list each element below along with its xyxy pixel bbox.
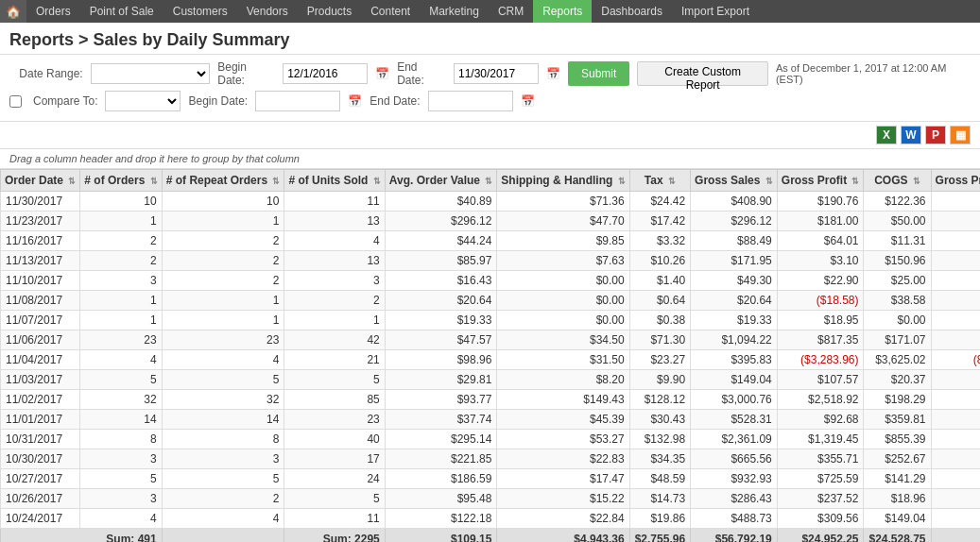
table-cell: $190.76 <box>777 192 864 212</box>
table-cell: $237.52 <box>777 489 864 509</box>
table-cell: $31.50 <box>497 350 629 370</box>
col-avg-order[interactable]: Avg. Order Value ⇅ <box>385 170 497 192</box>
export-excel-button[interactable]: X <box>876 126 897 144</box>
table-cell: 1 <box>80 291 162 311</box>
nav-point-of-sale[interactable]: Point of Sale <box>80 0 163 23</box>
table-cell: 72.18% <box>931 370 980 390</box>
table-cell: 10/27/2017 <box>1 469 80 489</box>
table-cell: 10/24/2017 <box>1 509 80 529</box>
top-navigation: 🏠 Orders Point of Sale Customers Vendors… <box>0 0 980 23</box>
table-footer: Sum: 491 Sum: 2295 $109.15 $4,943.36 $2,… <box>1 529 981 543</box>
col-num-orders[interactable]: # of Orders ⇅ <box>80 170 162 192</box>
table-cell: $15.22 <box>497 489 629 509</box>
table-cell: 4 <box>162 509 284 529</box>
table-row: 11/13/20172213$85.97$7.63$10.26$171.95$3… <box>1 251 981 271</box>
table-cell: $85.97 <box>385 251 497 271</box>
footer-gross-sales: $56,792.19 <box>691 529 778 543</box>
table-row: 11/03/2017555$29.81$8.20$9.90$149.04$107… <box>1 370 981 390</box>
compare-end-date-input[interactable] <box>428 91 513 111</box>
col-gross-sales[interactable]: Gross Sales ⇅ <box>691 170 778 192</box>
footer-cogs: $24,528.75 <box>864 529 931 543</box>
begin-date-calendar-icon[interactable]: 📅 <box>375 67 389 80</box>
end-date-input[interactable] <box>454 63 539 84</box>
table-row: 11/01/2017141423$37.74$45.39$30.43$528.3… <box>1 410 981 430</box>
table-cell: $95.48 <box>385 489 497 509</box>
table-cell: $0.00 <box>864 311 931 330</box>
nav-vendors[interactable]: Vendors <box>237 0 298 23</box>
table-cell: $149.04 <box>864 509 931 529</box>
table-cell: $725.59 <box>777 469 864 489</box>
nav-orders[interactable]: Orders <box>26 0 80 23</box>
table-cell: $122.36 <box>864 192 931 212</box>
nav-dashboards[interactable]: Dashboards <box>592 0 672 23</box>
table-cell: 11/30/2017 <box>1 192 80 212</box>
date-range-select[interactable] <box>91 63 211 84</box>
end-date-label: End Date: <box>397 60 446 87</box>
nav-crm[interactable]: CRM <box>489 0 533 23</box>
table-cell: 14 <box>80 410 162 430</box>
table-cell: 14 <box>162 410 284 430</box>
nav-marketing[interactable]: Marketing <box>420 0 489 23</box>
table-cell: $488.73 <box>691 509 778 529</box>
col-cogs[interactable]: COGS ⇅ <box>864 170 931 192</box>
footer-sum-units: Sum: 2295 <box>284 529 385 543</box>
col-units-sold[interactable]: # of Units Sold ⇅ <box>284 170 385 192</box>
end-date-calendar-icon[interactable]: 📅 <box>546 67 560 80</box>
compare-end-calendar-icon[interactable]: 📅 <box>521 94 535 108</box>
col-shipping[interactable]: Shipping & Handling ⇅ <box>497 170 629 192</box>
nav-reports[interactable]: Reports <box>533 0 592 23</box>
table-cell: 23 <box>284 410 385 430</box>
table-cell: 5 <box>162 370 284 390</box>
table-cell: 5 <box>80 370 162 390</box>
table-cell: $3,000.76 <box>691 390 778 410</box>
submit-button[interactable]: Submit <box>568 61 629 86</box>
table-cell: 1 <box>80 212 162 231</box>
table-footer-row: Sum: 491 Sum: 2295 $109.15 $4,943.36 $2,… <box>1 529 981 543</box>
export-word-button[interactable]: W <box>901 126 921 144</box>
table-cell: 1.80% <box>931 251 980 271</box>
col-gross-profit[interactable]: Gross Profit ⇅ <box>777 170 864 192</box>
table-cell: 17 <box>284 449 385 469</box>
footer-tax: $2,755.96 <box>629 529 690 543</box>
table-cell: $198.29 <box>864 390 931 410</box>
table-cell: $132.98 <box>629 430 690 449</box>
table-row: 11/23/20171113$296.12$47.70$17.42$296.12… <box>1 212 981 231</box>
col-gross-profit-pct[interactable]: Gross Profit % ⇅ <box>931 170 980 192</box>
table-cell: 3 <box>80 489 162 509</box>
table-cell: 24 <box>284 469 385 489</box>
compare-to-checkbox[interactable] <box>9 95 22 108</box>
table-cell: $93.77 <box>385 390 497 410</box>
col-tax[interactable]: Tax ⇅ <box>629 170 690 192</box>
table-cell: $665.56 <box>691 449 778 469</box>
table-cell: 2 <box>284 291 385 311</box>
table-cell: 8 <box>80 430 162 449</box>
table-cell: 82.92% <box>931 489 980 509</box>
col-order-date[interactable]: Order Date ⇅ <box>1 170 80 192</box>
table-cell: $296.12 <box>691 212 778 231</box>
export-chart-button[interactable]: ▦ <box>950 126 971 144</box>
export-pdf-button[interactable]: P <box>925 126 946 144</box>
home-button[interactable]: 🏠 <box>0 0 26 23</box>
begin-date-input[interactable] <box>283 63 368 84</box>
col-repeat-orders[interactable]: # of Repeat Orders ⇅ <box>162 170 284 192</box>
filters-panel: Date Range: Begin Date: 📅 End Date: 📅 Su… <box>0 55 980 122</box>
compare-to-select[interactable] <box>105 91 181 111</box>
table-cell: 1 <box>80 311 162 330</box>
nav-customers[interactable]: Customers <box>163 0 237 23</box>
compare-begin-date-input[interactable] <box>255 91 340 111</box>
nav-products[interactable]: Products <box>298 0 361 23</box>
nav-content[interactable]: Content <box>361 0 420 23</box>
table-cell: $19.33 <box>691 311 778 330</box>
table-cell: $38.58 <box>864 291 931 311</box>
table-cell: 98.03% <box>931 311 980 330</box>
table-cell: 3 <box>162 449 284 469</box>
table-row: 11/06/2017232342$47.57$34.50$71.30$1,094… <box>1 330 981 350</box>
create-custom-report-button[interactable]: Create Custom Report <box>637 61 768 86</box>
table-cell: $0.00 <box>497 291 629 311</box>
compare-begin-calendar-icon[interactable]: 📅 <box>348 94 362 108</box>
nav-import-export[interactable]: Import Export <box>672 0 759 23</box>
table-cell: 17.54% <box>931 410 980 430</box>
table-cell: 32 <box>80 390 162 410</box>
table-cell: $53.27 <box>497 430 629 449</box>
table-cell: $107.57 <box>777 370 864 390</box>
